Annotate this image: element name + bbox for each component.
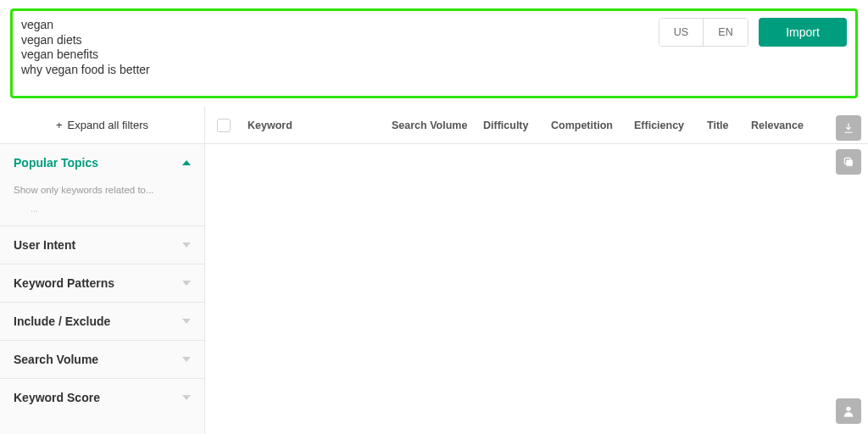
- filter-user-intent[interactable]: User Intent: [0, 226, 204, 264]
- chevron-down-icon: [182, 357, 191, 362]
- popular-topics-ellipsis: ...: [14, 203, 191, 214]
- filter-include-exclude-title: Include / Exclude: [14, 314, 110, 328]
- filter-user-intent-title: User Intent: [14, 238, 75, 252]
- chevron-up-icon: [182, 160, 191, 165]
- popular-topics-hint: Show only keywords related to...: [14, 185, 191, 195]
- filter-popular-topics-body: Show only keywords related to... ...: [0, 181, 204, 226]
- select-all-checkbox[interactable]: [217, 119, 231, 132]
- filter-keyword-score[interactable]: Keyword Score: [0, 379, 204, 416]
- download-button[interactable]: [836, 115, 861, 141]
- filter-popular-topics-header[interactable]: Popular Topics: [0, 144, 204, 181]
- import-controls: US EN Import: [659, 18, 847, 47]
- filter-keyword-patterns[interactable]: Keyword Patterns: [0, 264, 204, 303]
- svg-rect-0: [847, 160, 853, 166]
- filter-include-exclude[interactable]: Include / Exclude: [0, 303, 204, 341]
- chevron-down-icon: [182, 395, 191, 400]
- filter-keyword-score-title: Keyword Score: [14, 391, 100, 404]
- country-select[interactable]: US: [659, 19, 704, 46]
- chevron-down-icon: [182, 281, 191, 286]
- chevron-down-icon: [182, 242, 191, 248]
- filter-search-volume-title: Search Volume: [14, 353, 98, 366]
- results-area: Keyword Search Volume Difficulty Competi…: [205, 107, 868, 434]
- col-title[interactable]: Title: [700, 120, 744, 131]
- side-actions: [836, 115, 861, 175]
- select-all-cell: [217, 119, 241, 132]
- profile-button[interactable]: [836, 398, 861, 424]
- expand-all-filters[interactable]: + Expand all filters: [0, 107, 204, 144]
- language-select[interactable]: EN: [704, 19, 748, 46]
- profile-icon: [842, 404, 855, 418]
- chevron-down-icon: [182, 319, 191, 324]
- plus-icon: +: [56, 119, 63, 131]
- results-table-header: Keyword Search Volume Difficulty Competi…: [205, 107, 868, 144]
- main-area: + Expand all filters Popular Topics Show…: [0, 107, 868, 434]
- filter-popular-topics-title: Popular Topics: [14, 156, 98, 170]
- filters-sidebar: + Expand all filters Popular Topics Show…: [0, 107, 205, 434]
- keyword-textarea[interactable]: vegan vegan diets vegan benefits why veg…: [21, 18, 659, 77]
- col-keyword[interactable]: Keyword: [241, 120, 385, 131]
- locale-segmented-control: US EN: [659, 18, 748, 47]
- copy-icon: [843, 156, 854, 168]
- svg-point-2: [846, 407, 850, 411]
- filter-keyword-patterns-title: Keyword Patterns: [14, 276, 114, 290]
- import-button[interactable]: Import: [759, 18, 847, 47]
- col-efficiency[interactable]: Efficiency: [627, 120, 700, 131]
- import-bar: vegan vegan diets vegan benefits why veg…: [10, 8, 858, 98]
- download-icon: [843, 122, 854, 134]
- col-competition[interactable]: Competition: [544, 120, 627, 131]
- copy-button[interactable]: [836, 149, 861, 175]
- filter-search-volume[interactable]: Search Volume: [0, 341, 204, 379]
- col-relevance[interactable]: Relevance: [744, 120, 810, 131]
- expand-all-label: Expand all filters: [68, 119, 148, 131]
- col-search-volume[interactable]: Search Volume: [385, 120, 476, 131]
- col-difficulty[interactable]: Difficulty: [476, 120, 544, 131]
